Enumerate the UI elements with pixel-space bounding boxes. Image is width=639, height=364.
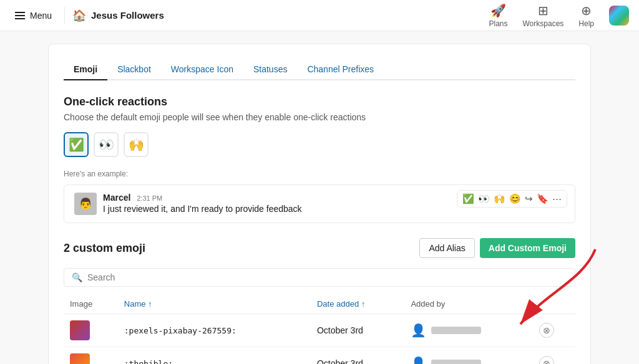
hamburger-icon (15, 12, 25, 19)
emoji-action-buttons: Add Alias Add Custom Emoji (419, 238, 575, 258)
header-divider (64, 7, 65, 24)
tab-emoji[interactable]: Emoji (64, 59, 107, 80)
emoji-thumb-2 (70, 353, 90, 364)
menu-button[interactable]: Menu (10, 8, 57, 23)
table-row: :pexels-pixabay-267559: October 3rd 👤 ⊗ (64, 314, 575, 347)
blurred-username-2 (431, 360, 481, 364)
search-icon: 🔍 (72, 272, 82, 282)
delete-button-2[interactable]: ⊗ (539, 356, 554, 364)
app-header: Menu 🏠 Jesus Followers 🚀 Plans ⊞ Workspa… (0, 0, 639, 31)
nav-workspaces[interactable]: ⊞ Workspaces (523, 3, 564, 28)
plans-label: Plans (489, 19, 507, 28)
user-icon-1: 👤 (411, 323, 426, 338)
plans-icon: 🚀 (490, 3, 506, 18)
row2-delete: ⊗ (533, 347, 575, 365)
row1-delete: ⊗ (533, 314, 575, 347)
home-icon: 🏠 (72, 9, 86, 22)
tab-workspace-icon[interactable]: Workspace Icon (161, 59, 243, 80)
custom-emoji-title: 2 custom emoji (64, 242, 145, 255)
row1-date: October 3rd (311, 314, 404, 347)
table-row: :thebible: October 3rd 👤 ⊗ (64, 347, 575, 365)
reaction-smiley[interactable]: 😊 (509, 193, 521, 204)
custom-emoji-header: 2 custom emoji Add Alias Add Custom Emoj… (64, 238, 575, 258)
workspace-name[interactable]: 🏠 Jesus Followers (72, 9, 164, 22)
example-label: Here's an example: (64, 170, 575, 178)
col-image: Image (64, 294, 118, 314)
search-input[interactable] (87, 272, 567, 282)
nav-help[interactable]: ⊕ Help (578, 3, 594, 28)
delete-button-1[interactable]: ⊗ (539, 323, 554, 338)
tab-channel-prefixes[interactable]: Channel Prefixes (297, 59, 384, 80)
row1-added-by: 👤 (404, 314, 533, 347)
help-icon: ⊕ (581, 3, 592, 18)
emoji-option-checkmark[interactable]: ✅ (64, 132, 89, 157)
tab-slackbot[interactable]: Slackbot (107, 59, 161, 80)
reaction-eyes[interactable]: 👀 (478, 193, 490, 204)
emoji-table: Image Name ↑ Date added ↑ Added by :pexe… (64, 294, 575, 364)
reaction-bookmark[interactable]: 🔖 (537, 193, 549, 204)
help-label: Help (578, 19, 594, 28)
tab-bar: Emoji Slackbot Workspace Icon Statuses C… (64, 59, 575, 80)
blurred-username-1 (431, 327, 481, 334)
user-icon-2: 👤 (411, 356, 426, 364)
message-author: Marcel (103, 193, 130, 203)
one-click-desc: Choose the default emoji people will see… (64, 112, 575, 122)
row2-image (64, 347, 118, 365)
tab-statuses[interactable]: Statuses (243, 59, 297, 80)
reaction-toolbar: ✅ 👀 🙌 😊 ↪ 🔖 ⋯ (457, 190, 567, 208)
col-added-by: Added by (404, 294, 533, 314)
avatar: 👨 (74, 193, 97, 215)
reaction-share[interactable]: ↪ (525, 193, 533, 204)
emoji-thumb-1 (70, 320, 90, 340)
add-alias-button[interactable]: Add Alias (419, 238, 474, 258)
added-by-cell-1: 👤 (411, 323, 527, 338)
menu-label: Menu (30, 11, 52, 21)
one-click-section: One-click reactions Choose the default e… (64, 95, 575, 223)
row1-name: :pexels-pixabay-267559: (118, 314, 311, 347)
workspaces-icon: ⊞ (538, 3, 549, 18)
row2-name: :thebible: (118, 347, 311, 365)
emoji-option-raised-hands[interactable]: 🙌 (124, 132, 149, 157)
col-name[interactable]: Name ↑ (118, 294, 311, 314)
table-header-row: Image Name ↑ Date added ↑ Added by (64, 294, 575, 314)
chat-example: 👨 Marcel 2:31 PM I just reviewed it, and… (64, 184, 575, 223)
main-content: Emoji Slackbot Workspace Icon Statuses C… (0, 31, 639, 364)
row2-added-by: 👤 (404, 347, 533, 365)
one-click-title: One-click reactions (64, 95, 575, 108)
reaction-more[interactable]: ⋯ (552, 193, 562, 204)
reaction-clap[interactable]: 🙌 (494, 193, 505, 204)
emoji-options: ✅ 👀 🙌 (64, 132, 575, 157)
added-by-cell-2: 👤 (411, 356, 527, 364)
row2-date: October 3rd (311, 347, 404, 365)
row1-image (64, 314, 118, 347)
message-time: 2:31 PM (137, 194, 162, 202)
col-date[interactable]: Date added ↑ (311, 294, 404, 314)
settings-card: Emoji Slackbot Workspace Icon Statuses C… (48, 44, 591, 364)
nav-plans[interactable]: 🚀 Plans (489, 3, 507, 28)
workspaces-label: Workspaces (523, 19, 564, 28)
reaction-checkmark[interactable]: ✅ (462, 193, 474, 204)
search-bar: 🔍 (64, 268, 575, 287)
col-actions (533, 294, 575, 314)
emoji-option-eyes[interactable]: 👀 (94, 132, 119, 157)
add-custom-emoji-button[interactable]: Add Custom Emoji (480, 238, 575, 258)
launch-button[interactable] (609, 6, 629, 26)
